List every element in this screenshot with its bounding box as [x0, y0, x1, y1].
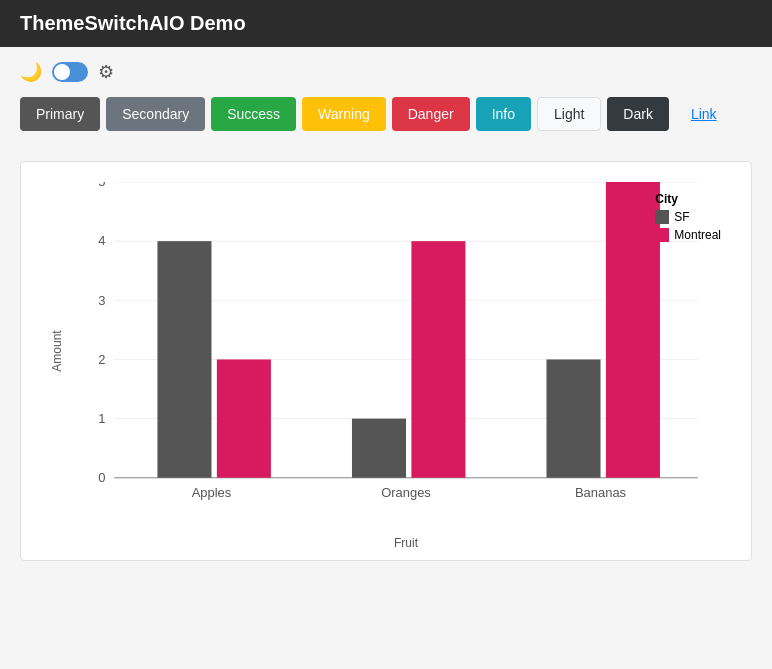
- btn-warning[interactable]: Warning: [302, 97, 386, 131]
- bar-oranges-montreal: [411, 241, 465, 478]
- legend-label-montreal: Montreal: [674, 228, 721, 242]
- moon-icon: 🌙: [20, 61, 42, 83]
- svg-text:Bananas: Bananas: [575, 485, 626, 500]
- chart-container: Amount Fruit 0 1 2 3 4 5: [20, 161, 752, 561]
- bar-bananas-montreal: [606, 182, 660, 478]
- svg-text:2: 2: [98, 352, 105, 367]
- x-axis-label: Fruit: [394, 536, 418, 550]
- legend-item-sf: SF: [655, 210, 721, 224]
- chart-area: Amount Fruit 0 1 2 3 4 5: [71, 182, 741, 520]
- svg-text:5: 5: [98, 182, 105, 189]
- legend-color-sf: [655, 210, 669, 224]
- btn-light[interactable]: Light: [537, 97, 601, 131]
- btn-link[interactable]: Link: [675, 97, 733, 131]
- btn-success[interactable]: Success: [211, 97, 296, 131]
- bar-apples-montreal: [217, 359, 271, 477]
- btn-info[interactable]: Info: [476, 97, 531, 131]
- chart-svg: 0 1 2 3 4 5 Apples Oranges Ba: [71, 182, 741, 520]
- legend-label-sf: SF: [674, 210, 689, 224]
- bar-bananas-sf: [546, 359, 600, 477]
- svg-text:1: 1: [98, 411, 105, 426]
- page-title: ThemeSwitchAIO Demo: [20, 12, 246, 34]
- btn-primary[interactable]: Primary: [20, 97, 100, 131]
- btn-danger[interactable]: Danger: [392, 97, 470, 131]
- svg-text:Apples: Apples: [192, 485, 232, 500]
- buttons-row: Primary Secondary Success Warning Danger…: [0, 97, 772, 151]
- legend-item-montreal: Montreal: [655, 228, 721, 242]
- toggle-knob: [54, 64, 70, 80]
- y-axis-label: Amount: [50, 330, 64, 371]
- svg-text:3: 3: [98, 293, 105, 308]
- toolbar: 🌙 ⚙: [0, 47, 772, 97]
- bar-oranges-sf: [352, 419, 406, 478]
- chart-legend: City SF Montreal: [655, 192, 721, 246]
- btn-secondary[interactable]: Secondary: [106, 97, 205, 131]
- theme-toggle[interactable]: [52, 62, 88, 82]
- legend-color-montreal: [655, 228, 669, 242]
- legend-title: City: [655, 192, 721, 206]
- bar-apples-sf: [157, 241, 211, 478]
- svg-text:4: 4: [98, 234, 105, 249]
- gear-icon[interactable]: ⚙: [98, 61, 114, 83]
- page-header: ThemeSwitchAIO Demo: [0, 0, 772, 47]
- svg-text:Oranges: Oranges: [381, 485, 431, 500]
- svg-text:0: 0: [98, 470, 105, 485]
- btn-dark[interactable]: Dark: [607, 97, 669, 131]
